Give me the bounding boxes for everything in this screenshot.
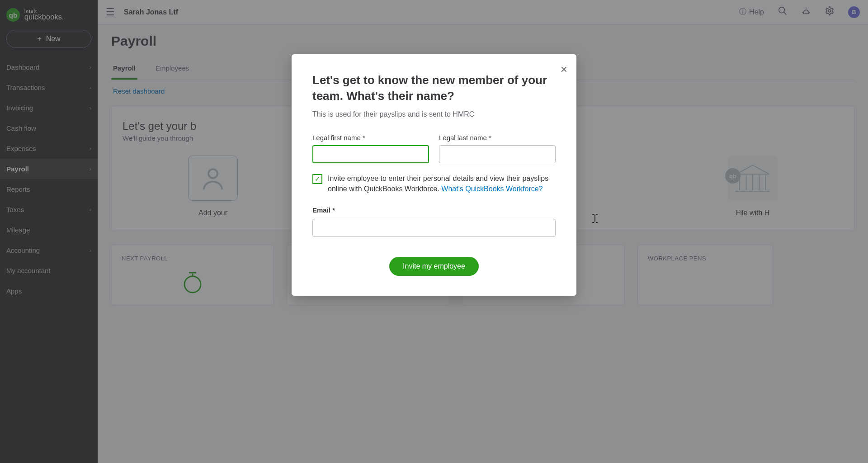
first-name-label: Legal first name * bbox=[312, 134, 429, 142]
modal-actions: Invite my employee bbox=[312, 257, 556, 276]
workforce-help-link[interactable]: What's QuickBooks Workforce? bbox=[441, 185, 542, 193]
invite-checkbox-text: Invite employee to enter their personal … bbox=[328, 173, 556, 194]
modal-title: Let's get to know the new member of your… bbox=[312, 72, 556, 104]
invite-employee-button[interactable]: Invite my employee bbox=[389, 257, 479, 276]
modal-scrim[interactable]: × Let's get to know the new member of yo… bbox=[0, 0, 868, 463]
first-name-field: Legal first name * bbox=[312, 134, 429, 163]
last-name-input[interactable] bbox=[439, 145, 556, 163]
email-field: Email * bbox=[312, 206, 556, 237]
first-name-input[interactable] bbox=[312, 145, 429, 163]
invite-checkbox[interactable]: ✓ bbox=[312, 174, 322, 184]
email-label: Email * bbox=[312, 206, 335, 214]
invite-checkbox-row: ✓ Invite employee to enter their persona… bbox=[312, 173, 556, 194]
text-cursor-icon bbox=[591, 213, 599, 223]
modal-subtitle: This is used for their payslips and is s… bbox=[312, 110, 556, 118]
email-input[interactable] bbox=[312, 219, 556, 237]
last-name-label: Legal last name * bbox=[439, 134, 556, 142]
name-row: Legal first name * Legal last name * bbox=[312, 134, 556, 163]
add-employee-modal: × Let's get to know the new member of yo… bbox=[292, 54, 576, 296]
last-name-field: Legal last name * bbox=[439, 134, 556, 163]
close-icon[interactable]: × bbox=[561, 62, 567, 76]
